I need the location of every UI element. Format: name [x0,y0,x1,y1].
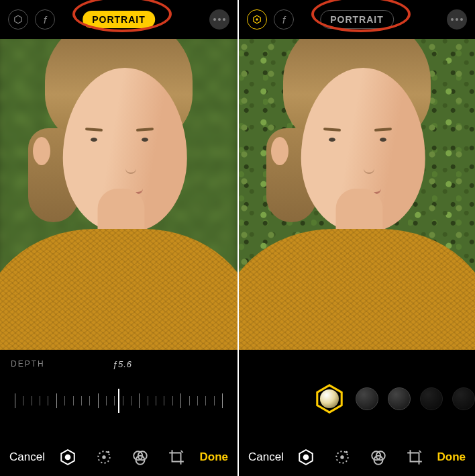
left-phone: f PORTRAIT DEPTH ƒ5.6 [0,0,237,476]
lighting-hex-icon[interactable] [8,9,28,30]
svg-point-5 [107,451,109,453]
photo-preview [239,39,475,350]
lighting-option[interactable] [420,387,443,410]
svg-marker-0 [15,15,22,23]
topbar: f PORTRAIT [239,0,475,39]
svg-point-10 [256,18,258,21]
svg-point-16 [346,451,348,453]
cancel-button[interactable]: Cancel [9,450,45,464]
portrait-badge[interactable]: PORTRAIT [83,11,155,28]
svg-point-2 [65,455,71,461]
filters-tool-icon[interactable] [370,448,387,466]
portrait-lighting-tool-icon[interactable] [297,448,315,466]
adjust-tool-icon[interactable] [95,448,113,466]
lighting-selected[interactable] [313,382,346,416]
svg-point-13 [303,455,309,461]
depth-label: DEPTH [11,359,45,369]
lighting-option[interactable] [388,387,411,410]
lighting-hex-icon[interactable] [247,9,267,30]
right-phone: f PORTRAIT [237,0,475,476]
portrait-lighting-tool-icon[interactable] [59,448,76,466]
svg-point-15 [340,455,344,459]
topbar: f PORTRAIT [0,0,237,39]
adjust-tool-icon[interactable] [333,448,351,466]
subject-person [239,39,475,350]
lighting-option[interactable] [356,387,378,410]
more-icon[interactable] [447,9,467,30]
depth-slider[interactable] [11,384,227,418]
photo-preview [0,39,237,350]
filters-tool-icon[interactable] [131,448,149,466]
tool-row [59,448,185,466]
portrait-badge[interactable]: PORTRAIT [320,10,394,29]
screenshot-pair: f PORTRAIT DEPTH ƒ5.6 [0,0,475,476]
slider-thumb[interactable] [118,389,119,413]
subject-person [0,39,237,350]
svg-point-4 [102,455,105,459]
crop-tool-icon[interactable] [168,448,185,466]
cancel-button[interactable]: Cancel [248,450,284,464]
depth-controls: DEPTH ƒ5.6 [0,350,237,438]
depth-value: ƒ5.6 [113,359,132,369]
done-button[interactable]: Done [199,450,228,464]
done-button[interactable]: Done [437,450,466,464]
bottombar: Cancel Done [0,438,237,476]
more-icon[interactable] [209,9,229,30]
bottombar: Cancel Done [239,438,475,476]
lighting-controls [239,350,475,438]
lighting-option[interactable] [452,387,475,410]
crop-tool-icon[interactable] [406,448,423,466]
aperture-f-icon[interactable]: f [35,9,55,30]
aperture-f-icon[interactable]: f [274,9,294,30]
tool-row [297,448,423,466]
